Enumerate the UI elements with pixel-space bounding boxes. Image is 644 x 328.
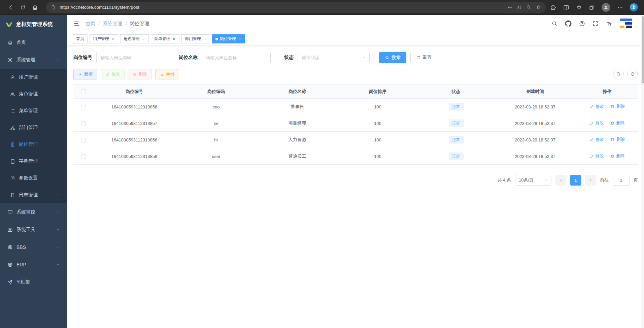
refresh-table-button[interactable] [627,69,638,79]
monitor-icon [7,209,13,215]
toggle-search-button[interactable] [613,69,624,79]
row-checkbox[interactable] [81,105,86,109]
tab-close-icon[interactable] [172,37,176,41]
sidebar-item-dept-mgmt[interactable]: 部门管理 [0,119,67,136]
font-size-icon[interactable] [606,21,612,27]
favorites-icon[interactable] [576,4,582,10]
row-edit-link[interactable]: 修改 [590,153,604,159]
sidebar-item-log-mgmt[interactable]: 日志管理 [0,187,67,203]
edit-icon [590,137,594,142]
scrollbar-thumb[interactable] [642,16,644,84]
tab-home[interactable]: 首页 [73,34,88,43]
page-size-select[interactable]: 10条/页 [515,175,551,186]
app-logo[interactable]: 意框架管理系统 [0,15,67,34]
sidebar: 意框架管理系统 首页 系统管理 用户管理 角色管理 菜单管理 [0,15,67,328]
address-bar[interactable]: https://ccnetcore.com:1101/system/post [46,2,546,13]
search-icon[interactable] [551,21,557,27]
sidebar-item-label: BBS [16,244,26,250]
export-button[interactable]: 导出 [155,69,179,79]
chevron-down-icon [56,228,60,232]
select-all-checkbox[interactable] [81,89,86,94]
sidebar-item-yi-framework[interactable]: Yi框架 [0,273,67,291]
sidebar-item-system-monitor[interactable]: 系统监控 [0,203,67,221]
browser-home-button[interactable] [29,2,41,13]
page-scrollbar[interactable] [641,15,644,328]
sidebar-item-bbs[interactable]: BBS [0,238,67,256]
split-screen-icon[interactable] [563,4,569,10]
list-icon [10,108,15,113]
cell-post-id: 1641030593112313856 [94,99,175,115]
prev-page-button[interactable] [555,175,566,186]
row-checkbox[interactable] [81,121,86,126]
fullscreen-icon[interactable] [592,21,599,27]
delete-button[interactable]: 删除 [128,69,152,79]
edit-icon [590,154,594,158]
sidebar-item-erp[interactable]: ERP [0,256,67,273]
browser-menu-icon[interactable] [617,4,623,10]
help-icon[interactable] [579,21,585,27]
edit-icon [10,176,15,181]
tab-menu-mgmt[interactable]: 菜单管理 [151,34,179,43]
bing-icon[interactable]: b [630,3,638,11]
next-page-button[interactable] [585,175,596,186]
row-delete-link[interactable]: 删除 [610,137,624,142]
row-edit-link[interactable]: 修改 [590,120,604,126]
read-aloud-icon[interactable] [517,5,522,10]
sidebar-item-system-mgmt[interactable]: 系统管理 [0,51,67,69]
add-button[interactable]: 新增 [73,69,97,79]
search-icon [385,55,389,60]
row-delete-link[interactable]: 删除 [610,153,624,159]
edit-button[interactable]: 修改 [101,69,125,79]
tab-close-icon[interactable] [111,37,115,41]
edit-link-label: 修改 [596,137,604,142]
password-key-icon[interactable] [507,5,513,10]
row-checkbox[interactable] [81,154,86,159]
browser-refresh-button[interactable] [17,2,29,13]
sidebar-item-role-mgmt[interactable]: 角色管理 [0,86,67,102]
row-delete-link[interactable]: 删除 [610,104,624,109]
collections-icon[interactable] [589,4,595,10]
url-text[interactable]: https://ccnetcore.com:1101/system/post [60,5,503,10]
post-code-input[interactable] [96,52,165,63]
column-post-name: 岗位名称 [257,85,337,99]
page-1-button[interactable]: 1 [570,175,581,186]
user-avatar-menu[interactable] [619,18,638,29]
row-delete-link[interactable]: 删除 [610,120,624,126]
post-name-input[interactable] [202,52,271,63]
tab-close-icon[interactable] [141,37,145,41]
row-edit-link[interactable]: 修改 [590,104,604,109]
delete-link-label: 删除 [616,153,624,159]
profile-avatar[interactable] [602,3,610,12]
cell-create-time: 2023-03-29 18:52:37 [494,115,576,132]
edit-button-label: 修改 [111,71,120,77]
sidebar-item-post-mgmt[interactable]: 岗位管理 [0,136,67,153]
tab-close-icon[interactable] [238,37,242,41]
browser-back-button[interactable] [5,2,17,13]
reset-button[interactable]: 重置 [410,52,437,63]
sidebar-item-menu-mgmt[interactable]: 菜单管理 [0,102,67,119]
github-icon[interactable] [565,20,572,27]
sidebar-item-user-mgmt[interactable]: 用户管理 [0,69,67,86]
goto-page-input[interactable] [613,175,630,186]
sidebar-item-label: 部门管理 [19,125,38,131]
row-checkbox[interactable] [81,138,86,142]
sidebar-item-home[interactable]: 首页 [0,34,67,51]
sidebar-toggle-icon[interactable] [73,20,80,27]
search-button[interactable]: 搜索 [379,52,406,63]
sidebar-item-dict-mgmt[interactable]: 字典管理 [0,153,67,170]
tab-user-mgmt[interactable]: 用户管理 [90,34,118,43]
breadcrumb-system-mgmt[interactable]: 系统管理 [103,21,122,27]
sidebar-item-system-tools[interactable]: 系统工具 [0,221,67,238]
tab-dept-mgmt[interactable]: 部门管理 [181,34,210,43]
tab-role-mgmt[interactable]: 角色管理 [120,34,149,43]
tab-close-icon[interactable] [203,37,207,41]
breadcrumb-home[interactable]: 首页 [86,21,95,27]
add-favorites-icon[interactable] [536,5,541,10]
extensions-icon[interactable] [550,4,556,10]
tab-post-mgmt[interactable]: 岗位管理 [212,34,245,43]
row-edit-link[interactable]: 修改 [590,137,604,142]
status-select[interactable]: 岗位状态 [298,52,370,63]
cell-post-sort: 100 [337,132,418,148]
sidebar-item-param-settings[interactable]: 参数设置 [0,170,67,187]
zoom-icon[interactable] [526,5,532,10]
